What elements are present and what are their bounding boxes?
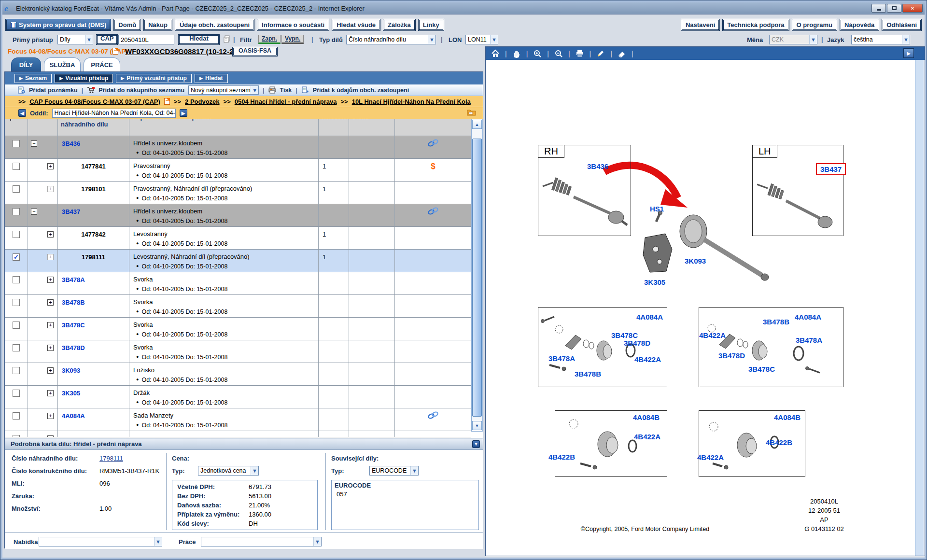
vin-link[interactable]: WF03XXGCD36G08817 (10-12-2006) (125, 47, 248, 56)
add-note-button[interactable]: Přidat poznámku (29, 87, 78, 94)
pencil-icon[interactable] (596, 49, 605, 58)
related-type-select[interactable]: EUROCODE▼ (369, 466, 419, 476)
nav-daje-obch-zastoupen[interactable]: Údaje obch. zastoupení (175, 19, 254, 31)
diagram-part-label-3b478c[interactable]: 3B478C (611, 331, 638, 339)
tab-slu-ba[interactable]: SLUŽBA (44, 57, 81, 71)
row-checkbox[interactable] (13, 276, 20, 283)
row-checkbox[interactable]: ✓ (13, 253, 20, 261)
scroll-down-button[interactable]: ▼ (472, 421, 482, 430)
filter-off-button[interactable]: Vypn. (281, 35, 304, 44)
row-checkbox[interactable] (13, 435, 20, 437)
table-row-3k305[interactable]: +3K305Držák●Od: 04-10-2005 Do: 15-01-200… (5, 386, 471, 408)
diagram-part-label-3b478b[interactable]: 3B478B (763, 318, 789, 326)
linked-parts-icon[interactable] (395, 408, 471, 419)
part-number-link[interactable]: 3K305 (58, 386, 129, 397)
expand-row-button[interactable]: + (47, 186, 54, 192)
zoom-out-icon[interactable] (554, 49, 563, 58)
breadcrumb-item-2[interactable]: 2 Podvozek (185, 98, 220, 105)
diagram-part-label-4a084a[interactable]: 4A084A (636, 313, 663, 321)
add-to-dealer-data-button[interactable]: Přidat k údajům obch. zastoupení (313, 87, 409, 94)
next-page-button[interactable]: ▶ (903, 48, 914, 58)
filter-on-button[interactable]: Zapn. (258, 35, 281, 44)
tab-pr-ce[interactable]: PRÁCE (84, 57, 120, 71)
home-icon[interactable] (491, 49, 500, 58)
copy-page-icon[interactable] (224, 35, 230, 44)
part-number-link[interactable]: 3B436 (58, 136, 129, 147)
diagram-part-label-3b478a[interactable]: 3B478A (548, 354, 575, 363)
diagram-scrollbar[interactable] (915, 60, 924, 556)
row-checkbox[interactable] (13, 185, 20, 193)
eraser-icon[interactable] (617, 49, 627, 58)
diagram-part-label-3b437[interactable]: 3B437 (816, 163, 846, 175)
row-checkbox[interactable] (13, 367, 20, 374)
section-select[interactable]: Hnací Hjřídel-Náhon Na Přední Kola, Od: … (52, 109, 176, 118)
table-scrollbar[interactable]: ▲ ▼ (471, 119, 483, 432)
row-checkbox[interactable] (13, 390, 20, 397)
collapse-row-button[interactable]: − (31, 209, 37, 215)
row-checkbox[interactable] (13, 322, 20, 329)
row-checkbox[interactable] (13, 299, 20, 306)
nav-syst-m-pro-spr-vu-dat-dms[interactable]: ❙❙Systém pro správu dat (DMS) (5, 19, 111, 31)
expand-row-button[interactable]: + (47, 435, 54, 437)
diagram-part-label-3b478a[interactable]: 3B478A (796, 336, 822, 344)
diagram-part-label-3k305[interactable]: 3K305 (644, 278, 665, 286)
pan-hand-icon[interactable] (512, 49, 521, 58)
view-vizu-ln-p-stup[interactable]: ▶Vizuální přístup (55, 74, 113, 83)
nav-nastaven[interactable]: Nastavení (681, 19, 720, 31)
search-button[interactable]: Hledat (178, 34, 220, 45)
diagram-part-label-3b478c[interactable]: 3B478C (748, 365, 775, 373)
diagram-part-label-3b478d[interactable]: 3B478D (718, 351, 745, 360)
table-row-1477841[interactable]: +1477841Pravostranný●Od: 04-10-2005 Do: … (5, 159, 471, 182)
nav-informace-o-sou-sti[interactable]: Informace o součásti (257, 19, 329, 31)
nav-o-programu[interactable]: O programu (792, 19, 837, 31)
diagram-part-label-4b422b[interactable]: 4B422B (548, 453, 575, 461)
language-select[interactable]: čeština▼ (851, 35, 910, 44)
expand-row-button[interactable]: + (47, 254, 54, 260)
expand-row-button[interactable]: + (47, 277, 54, 283)
diagram-part-label-4b422a[interactable]: 4B422A (697, 453, 724, 462)
part-number-link[interactable]: 3B437 (58, 204, 129, 215)
row-checkbox[interactable] (13, 412, 20, 420)
diagram-part-label-4a084a[interactable]: 4A084A (795, 313, 821, 321)
table-row-3b478d[interactable]: +3B478DSvorka●Od: 04-10-2005 Do: 15-01-2… (5, 340, 471, 363)
diagram-part-label-4b422b[interactable]: 4B422B (766, 438, 792, 447)
part-number-link[interactable]: 3B478A (58, 272, 129, 283)
row-checkbox[interactable] (13, 163, 20, 170)
collapse-detail-button[interactable]: ▼ (472, 440, 480, 448)
diagram-print-icon[interactable] (575, 49, 585, 58)
part-number-link[interactable]: 3B478B (58, 295, 129, 306)
maximize-button[interactable] (887, 4, 901, 13)
expand-row-button[interactable]: + (47, 413, 54, 419)
diagram-part-label-4b422a[interactable]: 4B422A (699, 331, 726, 339)
table-row-3b437[interactable]: −3B437Hřídel s univerz.kloubem●Od: 04-10… (5, 204, 471, 227)
expand-row-button[interactable]: + (47, 390, 54, 396)
section-prev-button[interactable]: ◀ (18, 109, 26, 117)
view-hledat[interactable]: ▶Hledat (195, 74, 228, 83)
price-type-select[interactable]: Jednotková cena▼ (198, 466, 259, 476)
diagram-part-label-3b478d[interactable]: 3B478D (624, 339, 650, 347)
cap-button[interactable]: CAP (96, 34, 118, 45)
nav-hledat-v-ude[interactable]: Hledat všude (332, 19, 380, 31)
breadcrumb-item-4[interactable]: 10L Hnací Hjřídel-Náhon Na Přední Kola (352, 98, 471, 105)
vehicle-doc-icon[interactable] (112, 48, 118, 55)
diagram-part-label-4b422a[interactable]: 4B422A (634, 355, 661, 364)
collapse-row-button[interactable]: − (31, 140, 37, 147)
diagram-part-label-4b422a[interactable]: 4B422A (634, 433, 660, 441)
price-available-icon[interactable]: $ (431, 162, 435, 171)
minimize-button[interactable] (871, 4, 886, 13)
scroll-up-button[interactable]: ▲ (472, 120, 482, 129)
shopping-list-select[interactable]: Nový nákupní seznam▼ (188, 85, 259, 95)
row-checkbox[interactable] (13, 140, 20, 147)
expand-row-button[interactable]: + (47, 367, 54, 374)
part-number-link[interactable]: 3K093 (58, 363, 129, 374)
table-row-3k093[interactable]: +3K093Ložisko●Od: 04-10-2005 Do: 15-01-2… (5, 363, 471, 386)
breadcrumb-item-3[interactable]: 0504 Hnací hřídel - přední náprava (235, 98, 337, 105)
linked-parts-icon[interactable] (395, 136, 471, 147)
table-row-1798111[interactable]: ✓+1798111Levostranný, Náhradní díl (přep… (5, 250, 471, 272)
part-type-select[interactable]: Číslo náhradního dílu▼ (346, 35, 436, 44)
diagram-part-label-4a084b[interactable]: 4A084B (774, 413, 801, 421)
view-seznam[interactable]: ▶Seznam (14, 74, 52, 83)
expand-row-button[interactable]: + (47, 345, 54, 351)
linked-parts-icon[interactable] (395, 204, 471, 215)
table-row-3b478b[interactable]: +3B478BSvorka●Od: 04-10-2005 Do: 15-01-2… (5, 295, 471, 318)
